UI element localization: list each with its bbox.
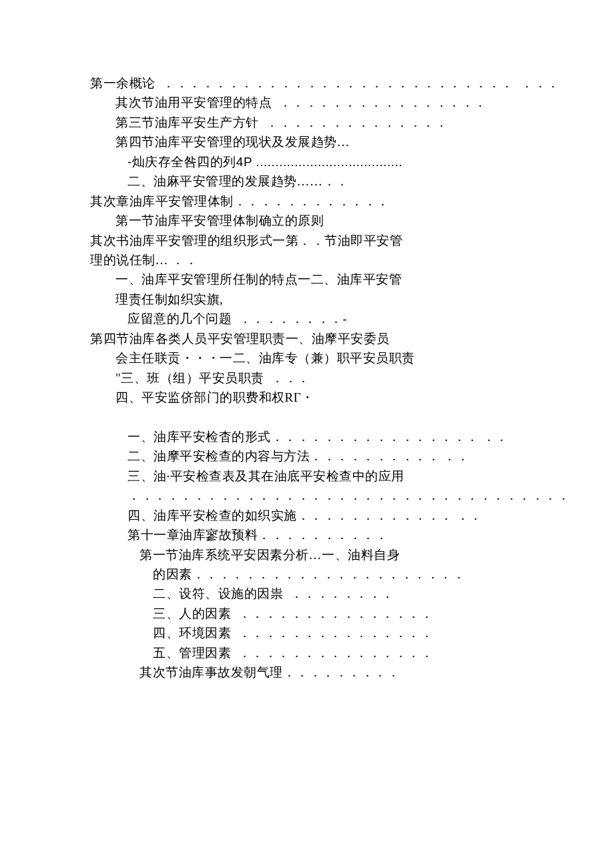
toc-line: 第四节油库平安管理的现状及发展趋势…	[115, 132, 524, 151]
toc-line: ．．．．．．．．．．．．．．．．．．．．．．．．．．．．．．．．．．	[127, 486, 524, 505]
toc-line: 四、平安监侪部门的职费和权RГ・	[115, 388, 524, 407]
toc-line: 四、环境因素 ．．．．．．．．．．．．．．．	[153, 623, 524, 642]
toc-line: 二、油摩平安检查的内容与方法．．．．．．．．．． ．．	[127, 446, 524, 466]
toc-line: 四、油库平安检查的如织实施．．．．．．．．．．．． ．．	[127, 506, 524, 525]
toc-line: 第一节油库系统平安因素分析…一、油料自身	[139, 545, 524, 564]
toc-line: 理的说任制… ．．	[90, 250, 524, 270]
toc-line	[90, 407, 524, 426]
toc-line: 其次节油用平安管理的特点 ．．．．．．．．．．．．．．．．	[115, 93, 524, 112]
toc-line: 三、人的因素 ．．．．．．．．．．．．．．．	[153, 604, 524, 623]
toc-line: 一、油库平安管理所任制的特点一二、油库平安管	[115, 270, 524, 289]
toc-line: "三、班（组）平安员职责 ．．．	[115, 368, 524, 388]
toc-line: 第一节油库平安管理体制确立的原则	[115, 211, 524, 230]
toc-line: 的因素．．．．．．．．．．．．．．．．．．．．．	[153, 564, 524, 584]
toc-line: 其次书油库平安管理的组织形式一第．．节油即平安管	[90, 231, 524, 250]
toc-line: 第一余概论 ．．．．．．．．．．．．．．．．．．．．．．．．．．． ．．．	[90, 73, 524, 93]
toc-line: 第十一章油库寥故预料．．．．．．．．．．	[127, 525, 524, 544]
toc-line: 其次章油库平安管理体制．．．．．．．．．．．．	[90, 191, 524, 211]
toc-line: 其次节油库事故发朝气理．．．．．．．．．	[139, 663, 524, 682]
toc-line: 五、管理因素 ．．．．．．．．．．．．．．．	[153, 643, 524, 663]
toc-line: 应留意的几个问题 ．．．．．．．．-	[127, 309, 524, 328]
toc-line: 第三节油库平安生产方针 ．．．．．．．．．．．．．．	[115, 113, 524, 132]
toc-line: -灿庆存全咎四的列4P ............................…	[127, 152, 524, 171]
toc-content: 第一余概论 ．．．．．．．．．．．．．．．．．．．．．．．．．．． ．．．其次节…	[90, 73, 524, 683]
toc-line: 一、油库平安检杳的形式．．．．．．．．．．．．．．．． ．．	[127, 427, 524, 446]
toc-line: 理责任制如织实旗,	[115, 290, 524, 309]
toc-line: 二、设符、设施的因祟 ．．．．．．．．	[153, 584, 524, 603]
toc-line: 会主任联贡・・・一二、油库专（兼）职平安员职责	[115, 348, 524, 368]
toc-line: 第四节油库各类人员平安管理职责一、油摩平安委员	[90, 329, 524, 348]
toc-line: 三、油·平安检查表及其在油底平安检查中的应用	[127, 466, 524, 486]
toc-line: 二、油麻平安管理的发展趋势……．．	[127, 171, 524, 191]
document-page: 第一余概论 ．．．．．．．．．．．．．．．．．．．．．．．．．．． ．．．其次节…	[0, 0, 614, 683]
